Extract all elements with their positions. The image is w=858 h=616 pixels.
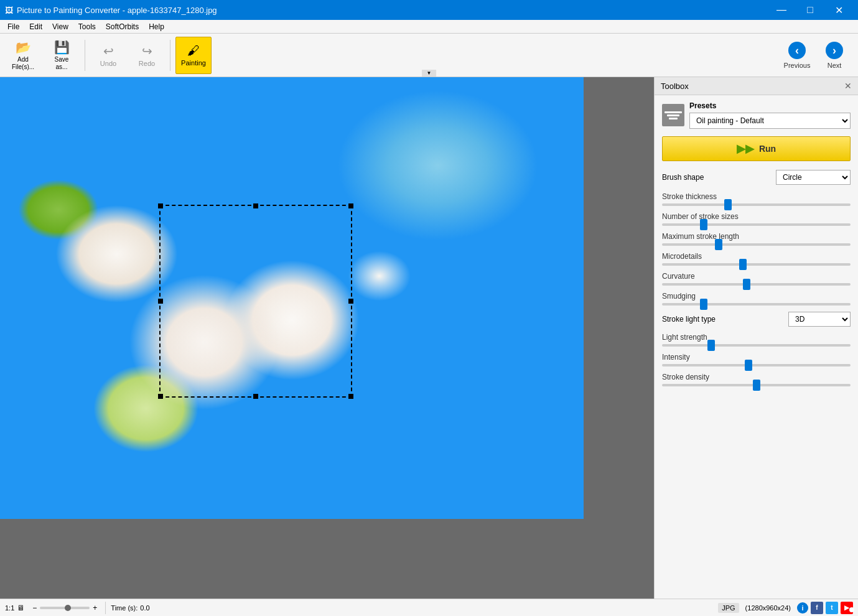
zoom-slider-thumb[interactable] [65,605,71,611]
toolbox-close-button[interactable]: ✕ [844,81,852,91]
painting-icon: 🖌 [187,44,200,58]
add-files-label: AddFile(s)... [12,56,34,71]
brush-shape-select[interactable]: Circle Square Diamond [776,170,851,185]
stroke-thickness-thumb[interactable] [724,199,732,210]
social-buttons: f t ▶ [811,602,853,614]
save-as-label: Saveas... [55,56,69,71]
selection-handle-bm[interactable] [253,394,258,399]
redo-icon: ↪ [142,44,152,58]
intensity-slider[interactable] [662,364,851,366]
zoom-level: 1:1 [5,604,14,612]
toolbar-separator-1 [85,40,85,71]
menu-edit[interactable]: Edit [24,21,47,32]
stroke-light-type-row: Stroke light type 3D 2D None [662,312,851,327]
run-button[interactable]: ▶▶ Run [662,136,851,161]
presets-label: Presets [689,101,851,110]
num-stroke-sizes-thumb[interactable] [700,219,707,230]
stroke-thickness-row: Stroke thickness [662,192,851,206]
selection-handle-bl[interactable] [158,394,163,399]
minimize-button[interactable]: — [767,0,796,20]
light-strength-thumb[interactable] [707,340,715,351]
maximize-button[interactable]: □ [796,0,824,20]
selection-handle-tr[interactable] [348,203,353,208]
presets-row: Presets Oil painting - Default [662,101,851,129]
intensity-thumb[interactable] [745,360,752,371]
brush-shape-row: Brush shape Circle Square Diamond [662,170,851,185]
painting-label: Painting [181,59,206,67]
previous-button[interactable]: ‹ Previous [778,36,816,75]
previous-label: Previous [784,62,811,69]
smudging-thumb[interactable] [700,299,707,310]
canvas-area[interactable] [0,77,654,599]
menu-view[interactable]: View [47,21,73,32]
next-label: Next [828,62,842,69]
max-stroke-length-row: Maximum stroke length [662,232,851,246]
microdetails-label: Microdetails [662,252,851,261]
curvature-label: Curvature [662,272,851,281]
num-stroke-sizes-label: Number of stroke sizes [662,212,851,221]
add-files-button[interactable]: 📂 AddFile(s)... [5,37,41,74]
time-value: 0.0 [140,604,149,612]
undo-label: Undo [100,60,116,67]
menu-file[interactable]: File [2,21,24,32]
stroke-light-type-select[interactable]: 3D 2D None [788,312,851,327]
stroke-density-row: Stroke density [662,373,851,386]
painting-button[interactable]: 🖌 Painting [175,37,212,74]
zoom-out-button[interactable]: − [29,602,40,614]
info-button[interactable]: i [797,602,808,614]
presets-icon [662,104,684,126]
file-format: JPG [718,603,739,613]
presets-content: Presets Oil painting - Default [689,101,851,129]
stroke-thickness-slider[interactable] [662,203,851,206]
menu-softorbits[interactable]: SoftOrbits [101,21,144,32]
selection-handle-tm[interactable] [253,203,258,208]
selection-handle-ml[interactable] [158,299,163,304]
presets-icon-line1 [664,111,682,113]
zoom-in-button[interactable]: + [90,602,100,614]
zoom-slider[interactable] [40,607,90,609]
selection-rectangle[interactable] [159,205,352,398]
undo-button[interactable]: ↩ Undo [90,37,126,74]
microdetails-slider[interactable] [662,263,851,266]
nav-area: ‹ Previous › Next [778,36,853,75]
window-title: Picture to Painting Converter - apple-16… [17,6,217,15]
menu-help[interactable]: Help [144,21,169,32]
menu-bar: File Edit View Tools SoftOrbits Help [0,20,858,34]
title-bar-left: 🖼 Picture to Painting Converter - apple-… [5,6,217,15]
facebook-button[interactable]: f [811,602,823,614]
stroke-density-slider[interactable] [662,384,851,386]
save-as-icon: 💾 [54,40,70,55]
selection-handle-br[interactable] [348,394,353,399]
main-content: Toolbox ✕ Presets Oil painting - Default [0,77,858,599]
file-dimensions: (1280x960x24) [745,604,791,612]
smudging-slider[interactable] [662,303,851,306]
run-arrow-icon: ▶▶ [737,142,754,156]
presets-select[interactable]: Oil painting - Default [689,113,851,129]
curvature-slider[interactable] [662,283,851,286]
light-strength-slider[interactable] [662,344,851,347]
toolbar: 📂 AddFile(s)... 💾 Saveas... ↩ Undo ↪ Red… [0,34,858,77]
intensity-row: Intensity [662,353,851,366]
run-label: Run [759,144,776,154]
add-files-icon: 📂 [16,40,31,55]
toolbox-header: Toolbox ✕ [655,77,858,95]
redo-button[interactable]: ↪ Redo [129,37,165,74]
max-stroke-length-slider[interactable] [662,243,851,246]
microdetails-thumb[interactable] [739,259,747,270]
status-bar: 1:1 🖥 − + Time (s): 0.0 JPG (1280x960x24… [0,599,858,616]
selection-handle-tl[interactable] [158,203,163,208]
save-as-button[interactable]: 💾 Saveas... [44,37,80,74]
stroke-density-thumb[interactable] [753,380,760,391]
menu-tools[interactable]: Tools [73,21,101,32]
close-button[interactable]: ✕ [824,0,853,20]
toolbar-expand-button[interactable]: ▼ [422,70,437,77]
next-button[interactable]: › Next [816,36,853,75]
selection-handle-mr[interactable] [348,299,353,304]
max-stroke-length-thumb[interactable] [715,239,722,250]
twitter-button[interactable]: t [826,602,838,614]
num-stroke-sizes-slider[interactable] [662,223,851,226]
curvature-thumb[interactable] [743,279,750,290]
flower-background [0,77,584,519]
toolbox-panel: Toolbox ✕ Presets Oil painting - Default [654,77,858,599]
toolbar-separator-2 [170,40,170,71]
